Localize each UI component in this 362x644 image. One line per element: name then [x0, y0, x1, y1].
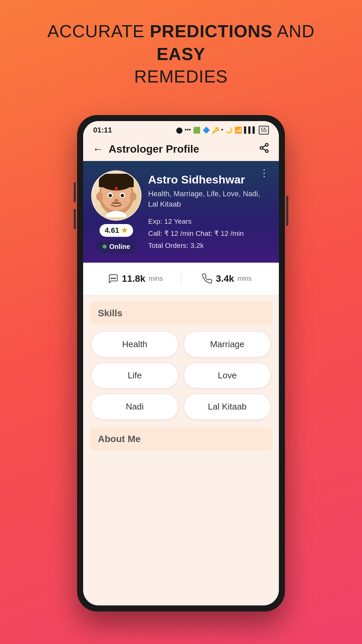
phone-mockup: 01:11 ⬤ ••• 🟩 🔷 🔑 • 🌙 📶 ▌▌▌ 55 ← Astrolo…	[77, 115, 285, 611]
app-header: ← Astrologer Profile	[83, 137, 279, 161]
dot-icon: •••	[185, 126, 191, 133]
moon-icon: 🌙	[225, 126, 233, 134]
svg-line-4	[262, 145, 265, 147]
rating-value: 4.61	[105, 226, 119, 235]
call-stat: 3.4k mins	[181, 273, 273, 284]
chat-stat: 11.8k mins	[90, 273, 181, 284]
skill-life[interactable]: Life	[91, 363, 178, 388]
skill-marriage[interactable]: Marriage	[184, 331, 271, 357]
status-time: 01:11	[93, 126, 112, 135]
avatar-section: 4.61 ★ Online	[91, 170, 141, 253]
bullet-icon: •	[221, 126, 223, 133]
svg-rect-8	[99, 181, 134, 187]
power-button	[286, 196, 288, 226]
svg-point-10	[130, 192, 136, 201]
svg-point-18	[111, 278, 112, 279]
skills-grid: Health Marriage Life Love Nadi Lal Kitaa…	[90, 331, 272, 420]
skill-lal-kitaab[interactable]: Lal Kitaab	[184, 394, 271, 420]
astrologer-specialties: Health, Marriage, Life, Love, Nadi, Lal …	[148, 189, 271, 210]
status-bar: 01:11 ⬤ ••• 🟩 🔷 🔑 • 🌙 📶 ▌▌▌ 55	[83, 121, 279, 137]
online-indicator	[103, 245, 107, 249]
profile-card: 4.61 ★ Online Astro Sidheshwar Health, M…	[83, 161, 279, 263]
skill-health[interactable]: Health	[91, 331, 178, 357]
call-chat-rate: Call: ₹ 12 /min Chat: ₹ 12 /min	[148, 227, 271, 239]
about-section: About Me	[83, 428, 279, 450]
back-button[interactable]: ←	[93, 143, 103, 155]
avatar-face-svg	[96, 174, 136, 217]
svg-point-13	[109, 194, 112, 197]
vol-down-button	[74, 209, 76, 229]
svg-point-14	[121, 194, 124, 197]
skills-header: Skills	[90, 302, 272, 325]
headline-text: ACCURATE PREDICTIONS AND EASYREMEDIES	[0, 20, 362, 88]
experience-detail: Exp: 12 Years	[148, 215, 271, 227]
skills-section: Skills Health Marriage Life Love Nadi La…	[83, 295, 279, 425]
svg-point-15	[114, 199, 119, 202]
astrologer-details: Exp: 12 Years Call: ₹ 12 /min Chat: ₹ 12…	[148, 215, 271, 251]
call-minutes-value: 3.4k	[216, 273, 234, 284]
svg-point-9	[96, 192, 103, 201]
status-icons: ⬤ ••• 🟩 🔷 🔑 • 🌙 📶 ▌▌▌ 55	[176, 126, 269, 135]
avatar	[91, 170, 141, 221]
phone-screen: 01:11 ⬤ ••• 🟩 🔷 🔑 • 🌙 📶 ▌▌▌ 55 ← Astrolo…	[83, 121, 279, 605]
more-options-button[interactable]: ⋮	[259, 170, 269, 176]
about-header: About Me	[90, 428, 272, 450]
facebook-icon: 🔷	[202, 126, 210, 134]
header-left: ← Astrologer Profile	[93, 143, 199, 155]
phone-icon	[202, 273, 213, 284]
rating-badge: 4.61 ★	[100, 224, 133, 237]
total-orders: Total Orders: 3.2k	[148, 239, 271, 252]
page-title: Astrologer Profile	[109, 143, 199, 155]
chat-icon	[108, 273, 119, 284]
chat-minutes-unit: mins	[149, 275, 163, 282]
share-button[interactable]	[259, 143, 269, 156]
astrologer-name: Astro Sidheshwar	[148, 173, 271, 186]
svg-line-3	[262, 149, 265, 150]
whatsapp-icon: 🟩	[193, 126, 200, 134]
vol-up-button	[74, 182, 76, 202]
online-label: Online	[109, 243, 130, 251]
skill-nadi[interactable]: Nadi	[91, 394, 178, 420]
skill-love[interactable]: Love	[184, 363, 271, 388]
chat-minutes-value: 11.8k	[122, 273, 145, 284]
notification-dot-icon: ⬤	[176, 126, 183, 134]
stats-bar: 11.8k mins 3.4k mins	[83, 263, 279, 295]
signal-icon: ▌▌▌	[244, 126, 257, 133]
easy-text: EASY	[157, 44, 205, 64]
battery-icon: 55	[259, 126, 269, 135]
predictions-text: PREDICTIONS	[150, 21, 273, 41]
svg-point-20	[115, 278, 116, 279]
profile-top: 4.61 ★ Online Astro Sidheshwar Health, M…	[91, 170, 271, 253]
call-minutes-unit: mins	[237, 275, 251, 282]
svg-point-16	[115, 187, 118, 190]
key-icon: 🔑	[212, 126, 219, 134]
svg-point-19	[113, 278, 114, 279]
star-icon: ★	[121, 226, 128, 235]
wifi-icon: 📶	[235, 126, 242, 134]
profile-info: Astro Sidheshwar Health, Marriage, Life,…	[148, 170, 271, 253]
online-badge: Online	[96, 240, 137, 253]
